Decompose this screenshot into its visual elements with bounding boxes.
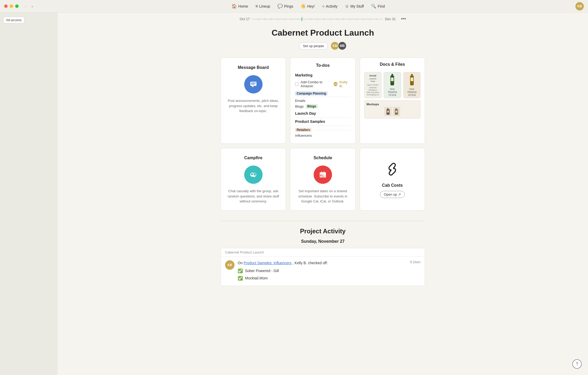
nav-lineup[interactable]: ≡ Lineup	[252, 2, 273, 10]
activity-item: KB On Product Samples: Influencers , Kel…	[221, 257, 425, 286]
doc-bottle-1[interactable]: Now Shipping (3).png	[384, 72, 401, 98]
activity-time: 9:16am	[410, 260, 421, 282]
todo-influencers: Influencers	[295, 133, 350, 138]
activity-text-prefix: On	[238, 261, 244, 265]
message-board-card[interactable]: Message Board Post announcements, pitch …	[221, 58, 286, 144]
nav-hey-label: Hey!	[307, 4, 315, 8]
doc-social-launch[interactable]: Social Launch Post Meet YOURS Cabernet S…	[364, 72, 382, 98]
nav-hey[interactable]: 👋 Hey!	[297, 2, 318, 10]
nav-arrows: ‹ ›	[23, 4, 35, 9]
tag-retailers: Retailers	[295, 128, 312, 132]
timeline-more-button[interactable]: •••	[401, 16, 406, 22]
timeline-start: Oct 17	[240, 17, 250, 21]
content-area: Oct 17	[205, 13, 441, 375]
svg-rect-12	[387, 111, 389, 113]
tag-campaign-planning: Campaign Planning	[295, 91, 328, 96]
todo-checkbox[interactable]	[295, 82, 298, 86]
message-board-desc: Post announcements, pitch ideas, progres…	[226, 98, 280, 114]
people-row: Set up people KB MB	[221, 41, 425, 50]
avatar-group: KB MB	[330, 41, 347, 50]
svg-rect-27	[320, 176, 322, 177]
timeline-end: Dec 31	[385, 17, 396, 21]
nav-lineup-label: Lineup	[259, 4, 270, 8]
todo-blogs: Blogs Blogs	[295, 103, 350, 109]
avatar-mb[interactable]: MB	[338, 41, 347, 50]
svg-rect-19	[254, 173, 256, 175]
activity-link[interactable]: Product Samples: Influencers	[244, 261, 292, 265]
activity-icon: ○	[322, 4, 325, 9]
todo-blogs-text: Blogs	[295, 104, 304, 108]
link-chain-icon	[384, 161, 400, 180]
timeline-bar: Oct 17	[221, 13, 425, 24]
profile-avatar[interactable]: KB	[575, 2, 584, 10]
main-container: All-access Oct 17	[0, 13, 588, 375]
chain-svg	[384, 161, 400, 177]
timeline-line	[252, 19, 383, 19]
hey-icon: 👋	[301, 4, 306, 9]
activity-checked-items: ✅ Sober Powered - Gill ✅ Mocktail.Mom	[238, 267, 407, 282]
todo-emails: Emails	[295, 98, 350, 103]
timeline-track	[252, 16, 383, 22]
svg-rect-24	[324, 171, 324, 173]
svg-rect-18	[251, 173, 253, 175]
nav-activity[interactable]: ○ Activity	[319, 2, 341, 10]
nav-find-label: Find	[378, 4, 385, 8]
todo-text: Add Combo to Amazon	[301, 80, 331, 88]
todo-section-marketing: Marketing	[295, 73, 350, 77]
doc-bottle-2[interactable]: Now Shipping (2).png	[403, 72, 421, 98]
minimize-button[interactable]	[10, 4, 13, 8]
docs-grid-top: Social Launch Post Meet YOURS Cabernet S…	[364, 72, 421, 98]
open-up-button[interactable]: Open up ↗	[380, 191, 405, 198]
close-button[interactable]	[4, 4, 8, 8]
nav-home[interactable]: 🏠 Home	[228, 2, 251, 10]
campfire-svg	[249, 170, 258, 179]
doc-bottle-2-thumbnail: Now Shipping (2).png	[404, 72, 420, 98]
schedule-icon-wrapper: 17	[296, 166, 350, 184]
check-item-1: ✅ Sober Powered - Gill	[238, 267, 407, 275]
section-divider	[221, 221, 425, 221]
cab-costs-card[interactable]: Cab Costs Open up ↗	[360, 148, 425, 211]
svg-rect-15	[395, 111, 398, 113]
maximize-button[interactable]	[15, 4, 19, 8]
nav-find[interactable]: 🔍 Find	[368, 2, 388, 10]
schedule-card[interactable]: Schedule 17	[290, 148, 355, 211]
activity-title: Project Activity	[221, 228, 425, 235]
docs-files-card[interactable]: Docs & Files Social Launch Post Meet YOU…	[360, 58, 425, 144]
tag-blogs: Blogs	[306, 104, 318, 108]
svg-rect-22	[320, 172, 326, 174]
check-item-1-text: Sober Powered - Gill	[245, 268, 279, 274]
svg-rect-9	[411, 78, 413, 81]
doc-mockups[interactable]: Mockups	[364, 100, 421, 119]
campfire-title: Campfire	[226, 156, 280, 160]
mockup-title: Mockups	[367, 103, 418, 106]
message-board-title: Message Board	[226, 65, 280, 70]
nav-pings[interactable]: 💬 Pings	[274, 2, 296, 10]
todo-influencers-text: Influencers	[295, 134, 312, 137]
svg-rect-1	[251, 83, 256, 83]
setup-people-button[interactable]: Set up people	[299, 42, 328, 49]
doc-social-thumbnail: Social Launch Post Meet YOURS Cabernet S…	[364, 72, 381, 98]
mockup-item-1	[384, 107, 392, 116]
bottle-svg-2	[408, 73, 416, 86]
todos-card[interactable]: To-dos Marketing Add Combo to Amazon KB …	[290, 58, 355, 144]
all-access-badge[interactable]: All-access	[3, 17, 24, 23]
todo-divider2	[295, 118, 350, 118]
help-button[interactable]: ?	[572, 359, 582, 369]
campfire-card[interactable]: Campfire Chat casually with the group, a…	[221, 148, 286, 211]
todo-section-launch-day: Launch Day	[295, 111, 350, 115]
back-arrow[interactable]: ‹	[23, 4, 28, 9]
activity-avatar-kb: KB	[225, 260, 235, 270]
svg-rect-2	[251, 84, 255, 84]
bottle-svg-1	[388, 73, 396, 86]
check-icon-1: ✅	[238, 268, 243, 274]
cab-costs-title: Cab Costs	[382, 183, 403, 188]
nav-pings-label: Pings	[284, 4, 293, 8]
top-nav: 🏠 Home ≡ Lineup 💬 Pings 👋 Hey! ○ Activit…	[41, 2, 575, 10]
forward-arrow[interactable]: ›	[30, 4, 35, 9]
nav-my-stuff[interactable]: ☺ My Stuff	[342, 2, 367, 10]
svg-rect-6	[391, 78, 394, 81]
activity-group: Cabernet Product Launch KB On Product Sa…	[221, 248, 425, 286]
timeline-current-marker	[302, 17, 302, 21]
nav-home-label: Home	[238, 4, 248, 8]
todo-divider	[295, 97, 350, 97]
